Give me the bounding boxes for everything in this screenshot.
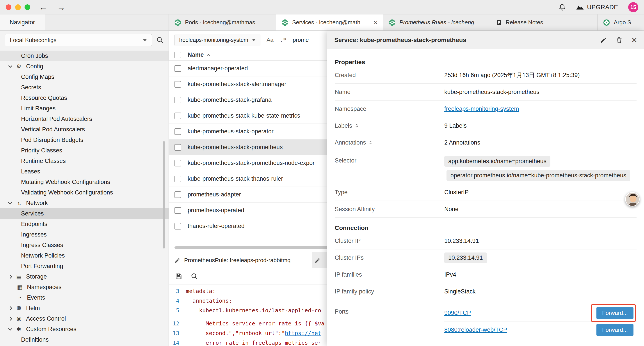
detail-label: Ports — [335, 308, 444, 315]
sidebar-item-ingresses[interactable]: Ingresses — [0, 229, 168, 240]
row-checkbox[interactable] — [174, 191, 181, 198]
forward-button-8080[interactable]: Forward... — [596, 324, 634, 336]
sidebar-item-label: Ingress Classes — [21, 242, 63, 249]
expand-collapse-icon[interactable] — [369, 140, 372, 145]
sidebar-item-label: Helm — [26, 305, 40, 312]
detail-row-created: Created 253d 16h 6m ago (2025年1月13日 GMT+… — [335, 67, 636, 84]
sidebar-item-leases[interactable]: Leases — [0, 166, 168, 177]
tab-pods[interactable]: Pods - icecheng@mathmas... — [169, 14, 276, 30]
sidebar-item-helm[interactable]: ☸Helm — [0, 303, 168, 313]
namespace-link[interactable]: freeleaps-monitoring-system — [444, 106, 519, 112]
user-avatar[interactable] — [625, 192, 640, 207]
sidebar-item-config[interactable]: ⚙Config — [0, 61, 168, 72]
window-chrome: ← → UPGRADE 15 — [0, 0, 644, 14]
tab-label: Pods - icecheng@mathmas... — [185, 19, 260, 26]
notification-badge[interactable]: 15 — [628, 2, 638, 12]
editor-tab-partial[interactable] — [312, 252, 323, 268]
detail-row-ip-families: IP families IPv4 — [335, 266, 636, 283]
sidebar-item-label: Namespaces — [27, 284, 62, 291]
helm-icon: ☸ — [15, 305, 23, 312]
tab-release-notes[interactable]: Release Notes — [490, 14, 598, 30]
row-checkbox[interactable] — [174, 97, 181, 103]
sidebar-item-mutating-webhook-configurations[interactable]: Mutating Webhook Configurations — [0, 177, 168, 187]
sidebar-item-priority-classes[interactable]: Priority Classes — [0, 145, 168, 156]
sidebar-item-endpoints[interactable]: Endpoints — [0, 219, 168, 229]
regex-toggle[interactable]: .* — [280, 37, 286, 43]
select-all-checkbox[interactable] — [174, 52, 181, 58]
row-checkbox[interactable] — [174, 223, 181, 230]
tab-prometheus-rules[interactable]: Prometheus Rules - icecheng... — [383, 14, 490, 30]
sidebar-item-network[interactable]: ↑↓Network — [0, 198, 168, 208]
match-case-toggle[interactable]: Aa — [266, 36, 274, 43]
kubeconfig-select[interactable]: Local Kubeconfigs — [5, 34, 152, 46]
sidebar-item-resource-quotas[interactable]: Resource Quotas — [0, 93, 168, 103]
row-checkbox[interactable] — [174, 144, 181, 151]
row-checkbox[interactable] — [174, 65, 181, 72]
sidebar-scrollbar[interactable] — [163, 141, 165, 249]
sidebar-item-definitions[interactable]: Definitions — [0, 335, 168, 345]
kubeconfig-select-value: Local Kubeconfigs — [10, 37, 56, 43]
port-link-9090[interactable]: 9090/TCP — [444, 310, 471, 317]
sidebar-item-custom-resources[interactable]: ✱Custom Resources — [0, 324, 168, 335]
yaml-key: kubectl.kubernetes.io/last-applied-co — [199, 307, 321, 314]
search-input[interactable]: prome — [293, 36, 309, 43]
row-checkbox[interactable] — [174, 128, 181, 135]
editor-tab-prometheusrule[interactable]: PrometheusRule: freeleaps-prod-rabbitmq — [169, 252, 312, 268]
line-number: 12 — [169, 320, 186, 327]
maximize-window-button[interactable] — [24, 4, 30, 10]
sidebar-item-port-forwarding[interactable]: Port Forwarding — [0, 261, 168, 271]
sidebar-item-config-maps[interactable]: Config Maps — [0, 72, 168, 82]
trash-icon[interactable] — [616, 36, 623, 43]
sidebar-item-vertical-pod-autoscalers[interactable]: Vertical Pod Autoscalers — [0, 124, 168, 135]
detail-label: Namespace — [335, 106, 444, 112]
close-window-button[interactable] — [6, 4, 12, 10]
name-column-header[interactable]: Name — [188, 51, 210, 58]
editor-search-icon[interactable] — [191, 273, 198, 280]
sidebar-item-storage[interactable]: ▤Storage — [0, 271, 168, 282]
line-number: 5 — [169, 307, 186, 314]
detail-label: Cluster IPs — [335, 255, 444, 261]
expand-collapse-icon[interactable] — [355, 123, 358, 128]
minimize-window-button[interactable] — [15, 4, 21, 10]
sidebar-item-services[interactable]: Services — [0, 208, 168, 219]
annotations-count: 2 Annotations — [444, 139, 480, 146]
row-checkbox[interactable] — [174, 160, 181, 166]
navigator-tab[interactable]: Navigator — [0, 14, 45, 30]
namespace-filter-select[interactable]: freeleaps-monitoring-system — [174, 34, 260, 46]
forward-arrow-icon[interactable]: → — [57, 3, 65, 11]
sidebar-item-limit-ranges[interactable]: Limit Ranges — [0, 103, 168, 114]
tab-services[interactable]: Services - icecheng@math... × — [276, 14, 383, 30]
sidebar-item-horizontal-pod-autoscalers[interactable]: Horizontal Pod Autoscalers — [0, 114, 168, 124]
sidebar-item-label: Services — [21, 210, 44, 217]
sidebar-search-icon[interactable] — [156, 36, 164, 44]
sidebar-item-events[interactable]: ◔Events — [0, 292, 168, 303]
sidebar-item-ingress-classes[interactable]: Ingress Classes — [0, 240, 168, 250]
row-checkbox[interactable] — [174, 113, 181, 119]
close-tab-icon[interactable]: × — [374, 19, 378, 26]
chevron-down-icon — [8, 327, 12, 331]
save-icon[interactable] — [175, 273, 182, 280]
sidebar-item-namespaces[interactable]: ▦Namespaces — [0, 282, 168, 292]
row-checkbox[interactable] — [174, 81, 181, 88]
forward-button-9090[interactable]: Forward... — [596, 307, 634, 319]
service-name: kube-prometheus-stack-thanos-ruler — [188, 175, 283, 182]
sidebar-item-network-policies[interactable]: Network Policies — [0, 250, 168, 261]
sidebar-item-validating-webhook-configurations[interactable]: Validating Webhook Configurations — [0, 187, 168, 198]
edit-pencil-icon[interactable] — [600, 36, 607, 43]
close-drawer-icon[interactable]: × — [632, 35, 637, 45]
bell-icon[interactable] — [558, 3, 566, 11]
row-checkbox[interactable] — [174, 176, 181, 182]
detail-row-ports: Ports 9090/TCP Forward... 8080:reloader-… — [335, 300, 636, 341]
sidebar-item-pod-disruption-budgets[interactable]: Pod Disruption Budgets — [0, 135, 168, 145]
sidebar-item-cron-jobs[interactable]: Cron Jobs — [0, 50, 168, 61]
upgrade-button[interactable]: UPGRADE — [576, 4, 618, 11]
port-link-8080-reloader-web[interactable]: 8080:reloader-web/TCP — [444, 327, 507, 333]
row-checkbox[interactable] — [174, 207, 181, 214]
tab-argo[interactable]: Argo S — [598, 14, 644, 30]
back-arrow-icon[interactable]: ← — [39, 3, 47, 11]
sidebar-item-access-control[interactable]: ◉Access Control — [0, 313, 168, 324]
sidebar-item-secrets[interactable]: Secrets — [0, 82, 168, 93]
service-name: thanos-ruler-operated — [188, 223, 244, 230]
detail-row-session-affinity: Session Affinity None — [335, 201, 636, 218]
sidebar-item-runtime-classes[interactable]: Runtime Classes — [0, 156, 168, 166]
